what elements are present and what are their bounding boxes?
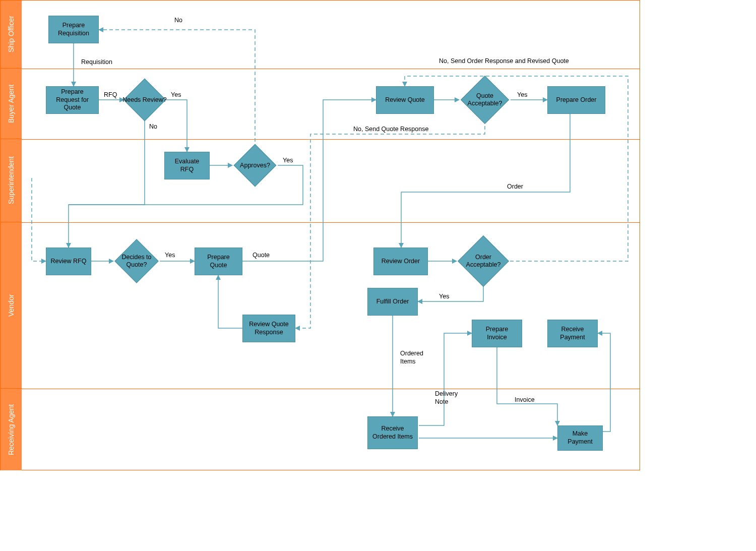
node-fulfill-order: Fulfill Order (367, 288, 418, 316)
label-delivery-note: Delivery Note (435, 390, 465, 406)
label-no1: No (149, 123, 157, 131)
label-invoice: Invoice (515, 396, 535, 404)
label-order: Order (507, 183, 523, 191)
label-no-send-quote-resp: No, Send Quote Response (353, 126, 428, 134)
node-prepare-requisition: Prepare Requisition (48, 16, 99, 43)
label-yes2: Yes (283, 157, 293, 165)
label-yes3: Yes (165, 252, 175, 260)
node-receive-ordered-items: Receive Ordered Items (367, 416, 418, 449)
node-review-order: Review Order (373, 248, 428, 275)
node-receive-payment: Receive Payment (547, 320, 598, 347)
node-prepare-invoice: Prepare Invoice (472, 320, 522, 347)
connectors (1, 1, 641, 470)
label-requisition: Requisition (81, 58, 112, 67)
node-prepare-order: Prepare Order (547, 86, 605, 114)
label-no-send-order-resp: No, Send Order Response and Revised Quot… (439, 57, 590, 66)
label-rfq: RFQ (104, 91, 117, 99)
label-no2: No (174, 17, 182, 25)
label-yes4: Yes (517, 91, 527, 99)
swimlane-diagram: Ship Officer Buyer Agent Superintendent … (0, 0, 640, 470)
node-prepare-quote: Prepare Quote (195, 248, 242, 275)
node-review-quote: Review Quote (376, 86, 434, 114)
node-evaluate-rfq: Evaluate RFQ (164, 152, 210, 179)
label-ordered-items: Ordered Items (400, 350, 430, 365)
node-review-rfq: Review RFQ (46, 248, 91, 275)
label-yes1: Yes (171, 91, 181, 99)
node-make-payment: Make Payment (557, 425, 603, 451)
label-quote: Quote (253, 252, 270, 260)
label-yes5: Yes (439, 293, 449, 301)
node-review-quote-response: Review Quote Response (242, 315, 295, 342)
node-prepare-rfq: Prepare Request for Quote (46, 86, 99, 114)
